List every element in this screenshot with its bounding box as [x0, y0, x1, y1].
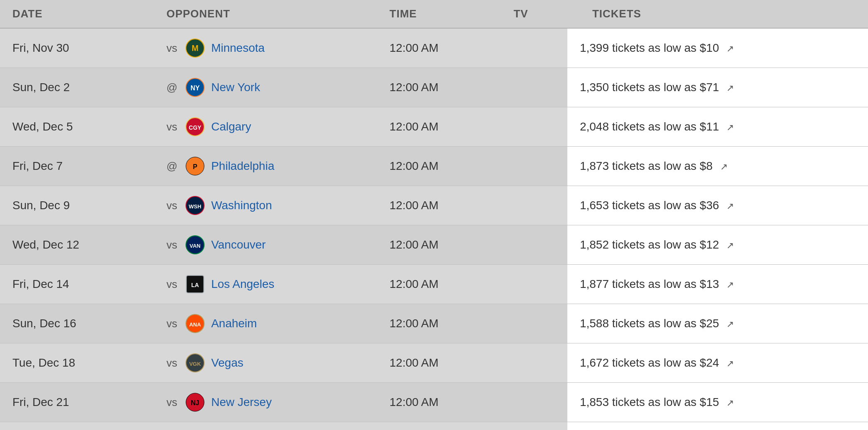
schedule-table: DATE OPPONENT TIME TV TICKETS Fri, Nov 3… [0, 0, 868, 430]
external-link-icon[interactable]: ↗ [726, 201, 734, 212]
team-logo: P [185, 156, 205, 176]
time-cell: 12:00 AM [377, 343, 502, 383]
external-link-icon[interactable]: ↗ [726, 83, 734, 94]
svg-text:M: M [192, 43, 199, 53]
tickets-cell[interactable]: 2,048 tickets as low as $11 ↗ [567, 107, 868, 147]
table-row: Tue, Dec 18 vs VGK Vegas 12:00 AM 1,672 … [0, 343, 868, 383]
svg-text:NY: NY [190, 85, 200, 92]
table-header-row: DATE OPPONENT TIME TV TICKETS [0, 0, 868, 28]
table-row: Sun, Dec 2 @ NY New York 12:00 AM 1,350 … [0, 68, 868, 107]
opponent-cell: @ P Philadelphia [154, 422, 377, 430]
time-cell: 12:00 AM [377, 147, 502, 186]
opponent-cell: vs NJ New Jersey [154, 383, 377, 422]
table-row: Sun, Dec 16 vs ANA Anaheim 12:00 AM 1,58… [0, 304, 868, 343]
external-link-icon[interactable]: ↗ [726, 398, 734, 408]
opponent-cell: vs VGK Vegas [154, 343, 377, 383]
svg-text:NJ: NJ [191, 399, 199, 406]
team-logo: VGK [185, 353, 205, 373]
external-link-icon[interactable]: ↗ [726, 280, 734, 290]
home-away-indicator: vs [166, 317, 179, 330]
home-away-indicator: vs [166, 199, 179, 212]
header-tv: TV [501, 0, 567, 28]
external-link-icon[interactable]: ↗ [726, 122, 734, 133]
team-name: Vancouver [211, 238, 266, 251]
home-away-indicator: @ [166, 81, 179, 94]
team-logo: NY [185, 77, 205, 98]
date-cell: Sat, Dec 22 [0, 422, 154, 430]
tv-cell [501, 107, 567, 147]
date-cell: Wed, Dec 12 [0, 225, 154, 265]
home-away-indicator: vs [166, 396, 179, 409]
team-logo: WSH [185, 195, 205, 216]
opponent-cell: vs ANA Anaheim [154, 304, 377, 343]
tickets-cell[interactable]: 1,873 tickets as low as $8 ↗ [567, 147, 868, 186]
svg-text:LA: LA [191, 282, 199, 288]
date-cell: Sun, Dec 9 [0, 186, 154, 225]
team-logo: NJ [185, 392, 205, 413]
header-tickets: TICKETS [567, 0, 868, 28]
date-cell: Sun, Dec 2 [0, 68, 154, 107]
header-date: DATE [0, 0, 154, 28]
opponent-cell: @ P Philadelphia [154, 147, 377, 186]
external-link-icon[interactable]: ↗ [720, 162, 728, 172]
external-link-icon[interactable]: ↗ [726, 240, 734, 251]
external-link-icon[interactable]: ↗ [726, 43, 734, 54]
tv-cell [501, 383, 567, 422]
team-name: Calgary [211, 120, 251, 133]
tv-cell [501, 147, 567, 186]
team-name: Minnesota [211, 41, 265, 55]
tickets-cell[interactable]: 1,852 tickets as low as $12 ↗ [567, 225, 868, 265]
home-away-indicator: vs [166, 239, 179, 251]
table-row: Fri, Dec 14 vs LA Los Angeles 12:00 AM 1… [0, 265, 868, 304]
date-cell: Sun, Dec 16 [0, 304, 154, 343]
table-row: Fri, Dec 21 vs NJ New Jersey 12:00 AM 1,… [0, 383, 868, 422]
tv-cell [501, 422, 567, 430]
tickets-cell[interactable]: 1,399 tickets as low as $10 ↗ [567, 28, 868, 68]
date-cell: Tue, Dec 18 [0, 343, 154, 383]
tickets-cell[interactable]: 1,724 tickets as low as $8 ↗ [567, 422, 868, 430]
tickets-cell[interactable]: 1,672 tickets as low as $24 ↗ [567, 343, 868, 383]
team-name: New Jersey [211, 396, 272, 409]
svg-text:CGY: CGY [189, 124, 202, 131]
team-logo: VAN [185, 234, 205, 255]
time-cell: 6:00 PM [377, 422, 502, 430]
svg-text:WSH: WSH [189, 203, 201, 210]
header-time: TIME [377, 0, 502, 28]
home-away-indicator: vs [166, 42, 179, 55]
date-cell: Fri, Dec 14 [0, 265, 154, 304]
time-cell: 12:00 AM [377, 186, 502, 225]
opponent-cell: vs WSH Washington [154, 186, 377, 225]
time-cell: 12:00 AM [377, 304, 502, 343]
team-name: Vegas [211, 356, 244, 370]
team-logo: LA [185, 274, 205, 295]
time-cell: 12:00 AM [377, 107, 502, 147]
time-cell: 12:00 AM [377, 225, 502, 265]
time-cell: 12:00 AM [377, 265, 502, 304]
external-link-icon[interactable]: ↗ [726, 319, 734, 330]
tv-cell [501, 28, 567, 68]
tickets-cell[interactable]: 1,350 tickets as low as $71 ↗ [567, 68, 868, 107]
date-cell: Fri, Dec 21 [0, 383, 154, 422]
team-name: New York [211, 81, 260, 94]
tickets-cell[interactable]: 1,653 tickets as low as $36 ↗ [567, 186, 868, 225]
tv-cell [501, 225, 567, 265]
tickets-cell[interactable]: 1,853 tickets as low as $15 ↗ [567, 383, 868, 422]
table-row: Wed, Dec 5 vs CGY Calgary 12:00 AM 2,048… [0, 107, 868, 147]
home-away-indicator: @ [166, 160, 179, 173]
date-cell: Wed, Dec 5 [0, 107, 154, 147]
tv-cell [501, 186, 567, 225]
opponent-cell: @ NY New York [154, 68, 377, 107]
svg-text:VGK: VGK [189, 361, 201, 367]
tickets-cell[interactable]: 1,877 tickets as low as $13 ↗ [567, 265, 868, 304]
table-row: Sat, Dec 22 @ P Philadelphia 6:00 PM 1,7… [0, 422, 868, 430]
external-link-icon[interactable]: ↗ [726, 358, 734, 369]
svg-text:P: P [193, 163, 198, 170]
tv-cell [501, 68, 567, 107]
table-row: Fri, Dec 7 @ P Philadelphia 12:00 AM 1,8… [0, 147, 868, 186]
team-name: Philadelphia [211, 159, 275, 173]
tickets-cell[interactable]: 1,588 tickets as low as $25 ↗ [567, 304, 868, 343]
tv-cell [501, 343, 567, 383]
opponent-cell: vs M Minnesota [154, 28, 377, 68]
table-row: Sun, Dec 9 vs WSH Washington 12:00 AM 1,… [0, 186, 868, 225]
team-name: Los Angeles [211, 278, 275, 291]
